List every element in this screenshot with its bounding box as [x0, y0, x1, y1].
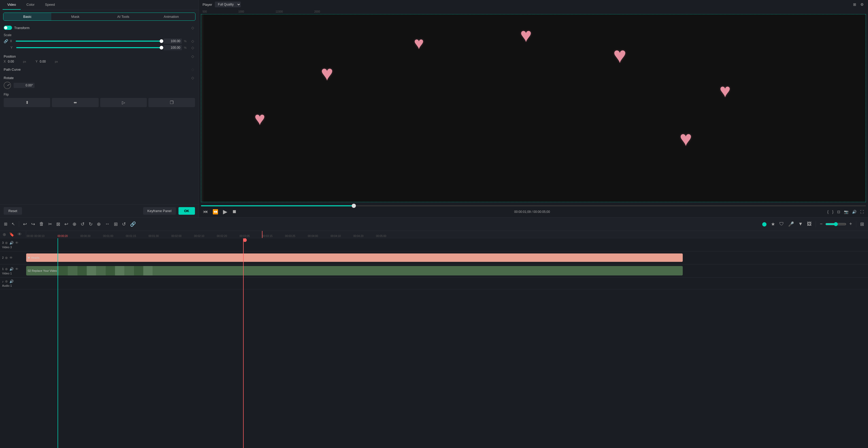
- transform-toggle[interactable]: [4, 26, 12, 30]
- tool-back[interactable]: ↩: [63, 220, 70, 228]
- tool-resize[interactable]: ↔: [104, 220, 111, 228]
- track-audio1-content[interactable]: [26, 277, 868, 289]
- tool-crop[interactable]: ⊠: [55, 220, 62, 228]
- tool-link[interactable]: 🔗: [129, 220, 137, 228]
- track-v3-add[interactable]: ⊕: [5, 241, 8, 245]
- rotate-input[interactable]: [13, 83, 35, 88]
- tool-refresh[interactable]: ↺: [121, 220, 127, 228]
- track-v1-vol[interactable]: 🔊: [9, 267, 14, 271]
- tool-image[interactable]: 🖼: [806, 220, 813, 228]
- fullscreen-btn[interactable]: ⛶: [860, 209, 864, 214]
- hearts-clip[interactable]: ♥ Hearts: [26, 253, 683, 262]
- tool-star[interactable]: ★: [770, 220, 776, 228]
- scale-x-thumb[interactable]: [160, 39, 163, 43]
- track-video3: 3 ⊕ 🔊 👁 Video 3: [0, 238, 868, 251]
- screenshot-btn[interactable]: 📷: [843, 209, 849, 214]
- time-display: 00:00:01;09 / 00:00:05;00: [514, 210, 550, 214]
- track-v1-add[interactable]: ⊕: [5, 267, 8, 271]
- tool-cursor[interactable]: ↖: [10, 220, 16, 228]
- step-back-btn[interactable]: ⏪: [212, 208, 219, 215]
- player-progress-thumb[interactable]: [352, 204, 356, 208]
- rotate-keyframe[interactable]: [190, 76, 195, 80]
- keyframe-panel-button[interactable]: Keyframe Panel: [143, 207, 176, 215]
- tool-grid2[interactable]: ⊞: [859, 220, 865, 228]
- sub-tab-basic[interactable]: Basic: [3, 13, 51, 21]
- tool-mic[interactable]: 🎤: [787, 220, 795, 228]
- tab-speed[interactable]: Speed: [40, 0, 60, 10]
- pos-x-unit: px: [23, 60, 26, 63]
- tool-zoom-out[interactable]: −: [818, 220, 824, 228]
- video1-clip[interactable]: 02 Replace Your Video: [26, 266, 683, 275]
- flip-copy-btn[interactable]: ❐: [148, 98, 195, 107]
- flip-right-btn[interactable]: ▷: [100, 98, 147, 107]
- tab-color[interactable]: Color: [22, 0, 39, 10]
- tool-zoom-in[interactable]: +: [848, 220, 854, 228]
- tool-plus[interactable]: ⊕: [95, 220, 102, 228]
- tool-add[interactable]: ⊕: [71, 220, 78, 228]
- track-h-add[interactable]: ⊕: [5, 256, 8, 260]
- bracket-out-btn[interactable]: }: [832, 209, 834, 214]
- ruler-0: 500: [203, 10, 207, 13]
- play-btn[interactable]: ▶: [222, 208, 228, 216]
- tool-rotate-r[interactable]: ↻: [87, 220, 94, 228]
- skip-back-btn[interactable]: ⏮: [203, 208, 208, 215]
- tool-rotate-l[interactable]: ↺: [79, 220, 86, 228]
- tool-down[interactable]: ▼: [797, 220, 804, 228]
- reset-button[interactable]: Reset: [4, 207, 22, 215]
- transform-keyframe-btn[interactable]: [190, 25, 195, 30]
- stop-btn[interactable]: ⏹: [231, 208, 237, 215]
- ok-button[interactable]: OK: [179, 207, 195, 215]
- tool-delete[interactable]: 🗑: [38, 220, 45, 228]
- tool-cut[interactable]: ✂: [47, 220, 53, 228]
- rotate-label: Rotate: [4, 76, 13, 80]
- sub-tab-mask[interactable]: Mask: [51, 13, 99, 21]
- player-progress-fill: [201, 205, 354, 206]
- tl-eye-btn[interactable]: 👁: [17, 231, 23, 238]
- current-time: 00:00:01;09: [514, 210, 531, 214]
- tool-shield[interactable]: 🛡: [778, 220, 785, 228]
- track-h-eye[interactable]: 👁: [9, 256, 13, 260]
- scale-y-keyframe[interactable]: [190, 45, 195, 50]
- track-a1-vol[interactable]: 🔊: [9, 279, 14, 283]
- tool-circle[interactable]: ⬤: [761, 220, 768, 228]
- player-settings-btn[interactable]: ⚙: [860, 2, 864, 7]
- pos-x-input[interactable]: [8, 60, 21, 63]
- tool-select[interactable]: ⊞: [3, 220, 9, 228]
- tool-undo[interactable]: ↩: [22, 220, 28, 228]
- rotate-dial[interactable]: [4, 82, 11, 89]
- quality-select[interactable]: Full Quality Half Quality: [215, 2, 241, 7]
- scale-y-thumb[interactable]: [160, 46, 163, 50]
- flip-horizontal-btn[interactable]: ⬌: [52, 98, 98, 107]
- volume-btn[interactable]: 🔊: [851, 209, 857, 214]
- track-a1-controls: ♪ ⊕ 🔊: [2, 279, 24, 283]
- scale-x-slider[interactable]: [16, 40, 161, 42]
- track-a1-add[interactable]: ⊕: [5, 279, 8, 283]
- tl-marker-btn[interactable]: 🔖: [8, 231, 16, 238]
- transform-section-header: Transform: [4, 25, 195, 30]
- flip-vertical-btn[interactable]: ⬍: [4, 98, 50, 107]
- tool-grid[interactable]: ⊞: [113, 220, 119, 228]
- scale-y-input[interactable]: [163, 45, 182, 50]
- tl-magnet-btn[interactable]: ⊕: [2, 231, 7, 238]
- timeline-ruler: 00:00 00:00:10 00:00:20 00:00:30 00:01:0…: [26, 231, 868, 238]
- bracket-in-btn[interactable]: {: [827, 209, 829, 214]
- tab-video[interactable]: Video: [3, 0, 21, 10]
- sub-tab-aitools[interactable]: AI Tools: [99, 13, 147, 21]
- pos-y-input[interactable]: [40, 60, 53, 63]
- sub-tab-animation[interactable]: Animation: [147, 13, 195, 21]
- position-keyframe[interactable]: [190, 54, 195, 59]
- track-v3-vol[interactable]: 🔊: [9, 241, 14, 245]
- player-progress-bar[interactable]: [201, 205, 866, 206]
- scale-x-input[interactable]: [163, 38, 182, 44]
- tool-redo[interactable]: ↪: [30, 220, 36, 228]
- scale-y-slider[interactable]: [16, 47, 161, 48]
- ruler-1000: 1000: [238, 10, 244, 13]
- scale-x-keyframe[interactable]: [190, 39, 195, 43]
- crop-btn[interactable]: ⊡: [837, 209, 841, 214]
- track-v3-content[interactable]: [26, 238, 868, 251]
- track-v3-eye[interactable]: 👁: [15, 241, 19, 245]
- rm-400: 00:04:00: [308, 235, 318, 238]
- track-v1-eye[interactable]: 👁: [15, 267, 19, 271]
- zoom-slider[interactable]: [825, 222, 846, 226]
- player-expand-btn[interactable]: ⊞: [852, 2, 857, 7]
